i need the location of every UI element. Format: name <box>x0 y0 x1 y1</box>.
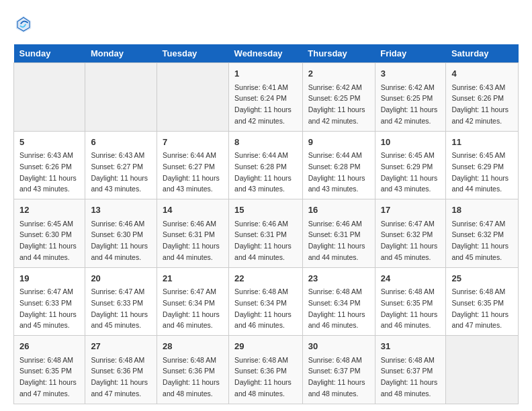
day-info: Sunrise: 6:48 AM Sunset: 6:37 PM Dayligh… <box>381 356 438 398</box>
day-number: 29 <box>234 340 297 353</box>
day-number: 31 <box>381 340 441 353</box>
calendar-cell <box>14 63 85 132</box>
day-number: 11 <box>451 136 513 149</box>
day-number: 8 <box>234 136 297 149</box>
day-number: 10 <box>381 136 441 149</box>
day-info: Sunrise: 6:48 AM Sunset: 6:35 PM Dayligh… <box>381 287 438 329</box>
calendar-cell: 9Sunrise: 6:44 AM Sunset: 6:28 PM Daylig… <box>302 131 375 199</box>
calendar-cell: 16Sunrise: 6:46 AM Sunset: 6:31 PM Dayli… <box>302 199 375 268</box>
day-number: 4 <box>451 67 513 81</box>
calendar-cell: 17Sunrise: 6:47 AM Sunset: 6:32 PM Dayli… <box>375 199 446 268</box>
day-number: 26 <box>19 340 79 353</box>
calendar-cell: 8Sunrise: 6:44 AM Sunset: 6:28 PM Daylig… <box>229 131 303 199</box>
day-info: Sunrise: 6:42 AM Sunset: 6:25 PM Dayligh… <box>308 83 365 125</box>
calendar-cell: 30Sunrise: 6:48 AM Sunset: 6:37 PM Dayli… <box>302 336 375 404</box>
calendar-cell: 14Sunrise: 6:46 AM Sunset: 6:31 PM Dayli… <box>157 199 229 268</box>
calendar-cell: 4Sunrise: 6:43 AM Sunset: 6:26 PM Daylig… <box>446 63 519 132</box>
calendar-cell: 15Sunrise: 6:46 AM Sunset: 6:31 PM Dayli… <box>229 199 303 268</box>
calendar-cell: 23Sunrise: 6:48 AM Sunset: 6:34 PM Dayli… <box>302 267 375 336</box>
day-info: Sunrise: 6:46 AM Sunset: 6:31 PM Dayligh… <box>234 220 292 261</box>
calendar-cell: 26Sunrise: 6:48 AM Sunset: 6:35 PM Dayli… <box>14 336 85 404</box>
day-info: Sunrise: 6:48 AM Sunset: 6:35 PM Dayligh… <box>19 356 77 398</box>
day-info: Sunrise: 6:46 AM Sunset: 6:30 PM Dayligh… <box>91 220 148 261</box>
day-number: 25 <box>451 272 513 285</box>
day-number: 14 <box>163 203 223 217</box>
calendar-week-5: 26Sunrise: 6:48 AM Sunset: 6:35 PM Dayli… <box>14 336 519 404</box>
day-info: Sunrise: 6:47 AM Sunset: 6:33 PM Dayligh… <box>91 287 148 329</box>
day-info: Sunrise: 6:43 AM Sunset: 6:26 PM Dayligh… <box>451 83 508 125</box>
logo-icon <box>13 13 34 34</box>
day-info: Sunrise: 6:47 AM Sunset: 6:32 PM Dayligh… <box>451 220 508 261</box>
day-number: 28 <box>163 340 223 353</box>
svg-marker-0 <box>16 16 32 33</box>
header-thursday: Thursday <box>302 44 375 63</box>
page-header <box>13 13 519 34</box>
calendar-week-2: 5Sunrise: 6:43 AM Sunset: 6:26 PM Daylig… <box>14 131 519 199</box>
day-number: 16 <box>308 203 369 217</box>
calendar-cell: 21Sunrise: 6:47 AM Sunset: 6:34 PM Dayli… <box>157 267 229 336</box>
calendar-week-1: 1Sunrise: 6:41 AM Sunset: 6:24 PM Daylig… <box>14 63 519 132</box>
logo <box>13 13 36 34</box>
day-number: 9 <box>308 136 369 149</box>
calendar-cell: 7Sunrise: 6:44 AM Sunset: 6:27 PM Daylig… <box>157 131 229 199</box>
day-number: 12 <box>19 203 79 217</box>
calendar-cell <box>85 63 157 132</box>
calendar-cell: 6Sunrise: 6:43 AM Sunset: 6:27 PM Daylig… <box>85 131 157 199</box>
calendar-cell: 2Sunrise: 6:42 AM Sunset: 6:25 PM Daylig… <box>302 63 375 132</box>
day-info: Sunrise: 6:48 AM Sunset: 6:34 PM Dayligh… <box>234 287 292 329</box>
calendar-cell: 20Sunrise: 6:47 AM Sunset: 6:33 PM Dayli… <box>85 267 157 336</box>
day-number: 22 <box>234 272 297 285</box>
day-number: 13 <box>91 203 151 217</box>
calendar-cell: 5Sunrise: 6:43 AM Sunset: 6:26 PM Daylig… <box>14 131 85 199</box>
header-friday: Friday <box>375 44 446 63</box>
day-number: 6 <box>91 136 151 149</box>
calendar-cell: 19Sunrise: 6:47 AM Sunset: 6:33 PM Dayli… <box>14 267 85 336</box>
calendar-week-4: 19Sunrise: 6:47 AM Sunset: 6:33 PM Dayli… <box>14 267 519 336</box>
day-info: Sunrise: 6:43 AM Sunset: 6:27 PM Dayligh… <box>91 151 148 193</box>
calendar-cell: 12Sunrise: 6:45 AM Sunset: 6:30 PM Dayli… <box>14 199 85 268</box>
calendar-cell <box>157 63 229 132</box>
day-number: 7 <box>163 136 223 149</box>
day-info: Sunrise: 6:44 AM Sunset: 6:28 PM Dayligh… <box>308 151 365 193</box>
calendar-cell: 31Sunrise: 6:48 AM Sunset: 6:37 PM Dayli… <box>375 336 446 404</box>
day-info: Sunrise: 6:46 AM Sunset: 6:31 PM Dayligh… <box>308 220 365 261</box>
day-number: 17 <box>381 203 441 217</box>
day-number: 5 <box>19 136 79 149</box>
day-number: 19 <box>19 272 79 285</box>
calendar-cell: 25Sunrise: 6:48 AM Sunset: 6:35 PM Dayli… <box>446 267 519 336</box>
calendar-cell <box>446 336 519 404</box>
day-number: 18 <box>451 203 513 217</box>
day-info: Sunrise: 6:47 AM Sunset: 6:32 PM Dayligh… <box>381 220 438 261</box>
day-info: Sunrise: 6:47 AM Sunset: 6:34 PM Dayligh… <box>163 287 220 329</box>
day-number: 1 <box>234 67 297 81</box>
calendar-cell: 22Sunrise: 6:48 AM Sunset: 6:34 PM Dayli… <box>229 267 303 336</box>
calendar-body: 1Sunrise: 6:41 AM Sunset: 6:24 PM Daylig… <box>14 63 519 404</box>
day-number: 21 <box>163 272 223 285</box>
day-info: Sunrise: 6:46 AM Sunset: 6:31 PM Dayligh… <box>163 220 220 261</box>
calendar-cell: 28Sunrise: 6:48 AM Sunset: 6:36 PM Dayli… <box>157 336 229 404</box>
calendar-cell: 24Sunrise: 6:48 AM Sunset: 6:35 PM Dayli… <box>375 267 446 336</box>
day-info: Sunrise: 6:48 AM Sunset: 6:36 PM Dayligh… <box>91 356 148 398</box>
day-info: Sunrise: 6:47 AM Sunset: 6:33 PM Dayligh… <box>19 287 77 329</box>
day-info: Sunrise: 6:41 AM Sunset: 6:24 PM Dayligh… <box>234 83 292 125</box>
day-info: Sunrise: 6:45 AM Sunset: 6:29 PM Dayligh… <box>381 151 438 193</box>
day-info: Sunrise: 6:48 AM Sunset: 6:36 PM Dayligh… <box>163 356 220 398</box>
calendar-table: SundayMondayTuesdayWednesdayThursdayFrid… <box>13 44 519 404</box>
header-wednesday: Wednesday <box>229 44 303 63</box>
day-number: 23 <box>308 272 369 285</box>
day-info: Sunrise: 6:44 AM Sunset: 6:28 PM Dayligh… <box>234 151 292 193</box>
calendar-cell: 27Sunrise: 6:48 AM Sunset: 6:36 PM Dayli… <box>85 336 157 404</box>
header-sunday: Sunday <box>14 44 85 63</box>
calendar-cell: 1Sunrise: 6:41 AM Sunset: 6:24 PM Daylig… <box>229 63 303 132</box>
day-info: Sunrise: 6:45 AM Sunset: 6:30 PM Dayligh… <box>19 220 77 261</box>
day-number: 2 <box>308 67 369 81</box>
calendar-header-row: SundayMondayTuesdayWednesdayThursdayFrid… <box>14 44 519 63</box>
day-info: Sunrise: 6:45 AM Sunset: 6:29 PM Dayligh… <box>451 151 508 193</box>
header-saturday: Saturday <box>446 44 519 63</box>
day-info: Sunrise: 6:42 AM Sunset: 6:25 PM Dayligh… <box>381 83 438 125</box>
day-number: 30 <box>308 340 369 353</box>
day-number: 24 <box>381 272 441 285</box>
day-number: 27 <box>91 340 151 353</box>
calendar-cell: 13Sunrise: 6:46 AM Sunset: 6:30 PM Dayli… <box>85 199 157 268</box>
day-number: 15 <box>234 203 297 217</box>
